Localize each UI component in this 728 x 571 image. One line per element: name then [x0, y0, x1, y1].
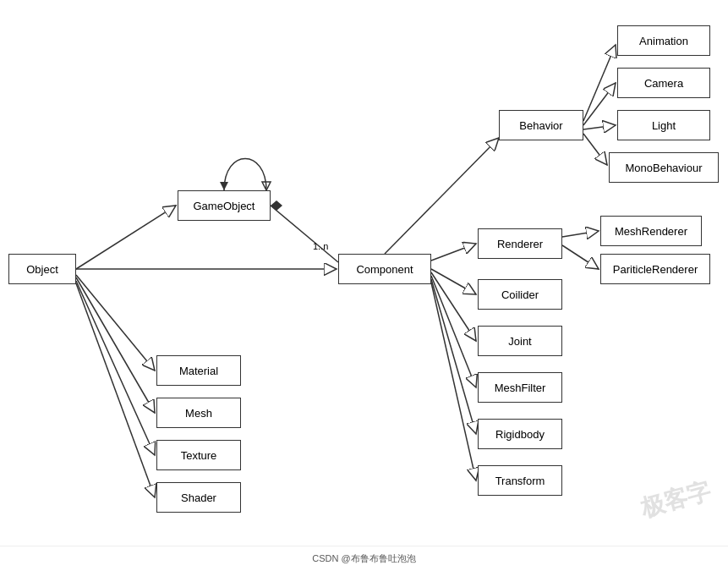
svg-marker-26: [220, 182, 228, 190]
svg-line-18: [431, 279, 476, 434]
svg-line-22: [583, 125, 616, 129]
box-collider: Coilider: [478, 279, 562, 310]
box-texture: Texture: [156, 440, 241, 470]
box-object: Object: [8, 254, 76, 284]
svg-line-9: [76, 275, 155, 371]
svg-line-20: [583, 45, 616, 121]
svg-line-12: [76, 283, 155, 497]
svg-line-14: [431, 244, 476, 261]
box-particlerenderer: PariticleRenderer: [600, 254, 710, 284]
svg-line-10: [76, 277, 155, 413]
footer: CSDN @布鲁布鲁吐泡泡: [0, 546, 728, 571]
svg-text:1..n: 1..n: [313, 241, 328, 251]
box-mesh: Mesh: [156, 398, 241, 428]
svg-line-23: [583, 134, 607, 165]
box-monobehaviour: MonoBehaviour: [609, 152, 719, 183]
svg-line-25: [562, 245, 599, 269]
box-light: Light: [617, 110, 710, 140]
svg-line-24: [562, 231, 599, 237]
box-meshfilter: MeshFilter: [478, 372, 562, 403]
svg-line-6: [271, 206, 338, 262]
box-material: Material: [156, 355, 241, 386]
diagram-container: 1..n: [0, 0, 728, 546]
box-component: Component: [338, 254, 431, 284]
box-behavior: Behavior: [499, 110, 583, 140]
box-shader: Shader: [156, 482, 241, 513]
svg-line-21: [583, 83, 616, 125]
box-meshrenderer: MeshRenderer: [600, 216, 702, 246]
box-gameobject: GameObject: [178, 190, 271, 221]
svg-line-4: [76, 206, 176, 269]
svg-line-17: [431, 276, 476, 387]
box-animation: Animation: [617, 25, 710, 56]
svg-marker-7: [271, 200, 282, 211]
box-camera: Camera: [617, 68, 710, 98]
box-joint: Joint: [478, 326, 562, 356]
svg-line-16: [431, 272, 476, 341]
box-rigidbody: Rigidbody: [478, 419, 562, 449]
svg-line-19: [431, 283, 476, 480]
watermark: 极客字: [638, 475, 714, 524]
box-renderer: Renderer: [478, 228, 562, 259]
footer-text: CSDN @布鲁布鲁吐泡泡: [312, 552, 415, 565]
svg-marker-27: [262, 182, 271, 190]
box-transform: Transform: [478, 465, 562, 496]
svg-line-11: [76, 281, 155, 455]
svg-line-15: [431, 269, 476, 294]
